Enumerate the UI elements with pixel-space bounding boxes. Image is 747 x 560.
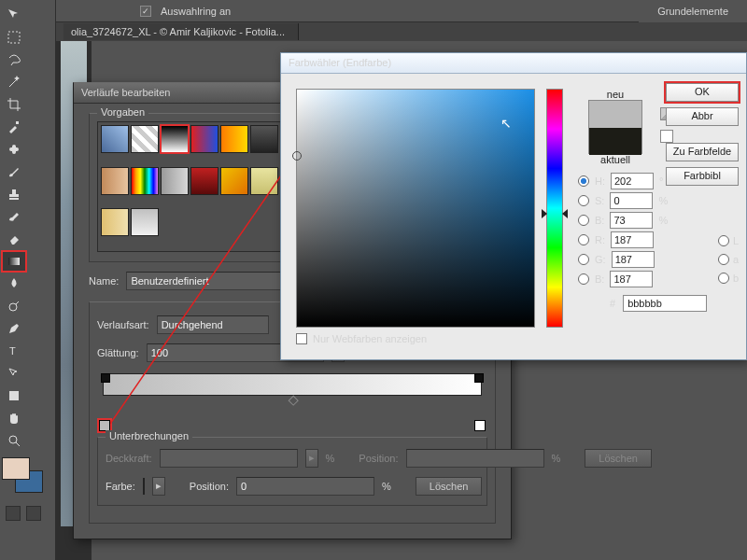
color-libs-button[interactable]: Farbbibl xyxy=(666,167,739,186)
new-current-swatch[interactable] xyxy=(588,100,642,154)
hue-marker-right[interactable] xyxy=(562,209,568,218)
radio-bc[interactable] xyxy=(578,273,589,285)
g-input[interactable] xyxy=(612,251,655,268)
opacity-stepper: ▸ xyxy=(305,449,318,468)
radio-s[interactable] xyxy=(578,195,589,206)
gradient-name-input[interactable] xyxy=(126,272,303,290)
g-label: G: xyxy=(595,254,606,265)
marquee-tool[interactable] xyxy=(2,27,26,48)
option-label: Auswahlring an xyxy=(161,6,231,17)
pos1-input xyxy=(406,449,544,468)
lasso-tool[interactable] xyxy=(2,49,26,70)
radio-l[interactable] xyxy=(718,235,729,246)
preset-swatch[interactable] xyxy=(161,167,189,195)
quickmask-toggle[interactable] xyxy=(6,506,21,521)
color-swatches[interactable] xyxy=(2,457,53,493)
eyedropper-tool[interactable] xyxy=(2,117,26,137)
document-tab[interactable]: olia_3724672_XL - © Amir Kaljikovic - Fo… xyxy=(63,23,299,40)
radio-a[interactable] xyxy=(718,254,729,265)
radio-g[interactable] xyxy=(578,254,589,265)
stop-color-menu[interactable]: ▸ xyxy=(152,477,165,496)
opacity-label: Deckkraft: xyxy=(106,453,152,464)
saturation-value-field[interactable]: ↖ xyxy=(296,89,535,328)
opacity-stop-left[interactable] xyxy=(101,373,110,383)
cancel-button[interactable]: Abbr xyxy=(666,107,739,126)
type-label: Verlaufsart: xyxy=(97,319,149,330)
stops-legend: Unterbrechungen xyxy=(106,430,192,441)
s-label: S: xyxy=(595,195,604,206)
workspace-label[interactable]: Grundelemente xyxy=(639,0,747,22)
preset-swatch[interactable] xyxy=(161,125,189,153)
stamp-tool[interactable] xyxy=(2,184,26,204)
path-select-tool[interactable] xyxy=(2,363,26,384)
hue-marker-left[interactable] xyxy=(542,209,547,218)
preset-swatch[interactable] xyxy=(131,125,159,153)
stop-color-swatch[interactable] xyxy=(143,478,145,495)
add-swatch-button[interactable]: Zu Farbfelde xyxy=(666,143,739,161)
gradient-type-select[interactable] xyxy=(157,315,269,334)
dodge-tool[interactable] xyxy=(2,296,26,316)
svg-point-6 xyxy=(9,303,17,311)
hand-tool[interactable] xyxy=(2,408,26,428)
ok-button[interactable]: OK xyxy=(666,83,739,102)
webonly-checkbox[interactable] xyxy=(296,333,307,344)
pos2-label: Position: xyxy=(190,481,229,492)
h-input[interactable] xyxy=(611,173,654,189)
gradient-bar[interactable] xyxy=(103,373,482,396)
pos2-input[interactable] xyxy=(236,477,374,496)
preset-swatch[interactable] xyxy=(220,125,248,153)
opacity-unit: % xyxy=(326,453,335,464)
move-tool[interactable] xyxy=(2,5,26,25)
radio-b[interactable] xyxy=(578,215,589,226)
options-bar: ✓ Auswahlring an xyxy=(0,0,747,22)
wand-tool[interactable] xyxy=(2,72,26,92)
opacity-stop-right[interactable] xyxy=(474,373,484,383)
foreground-swatch[interactable] xyxy=(2,457,30,480)
preset-swatch[interactable] xyxy=(131,208,159,236)
preset-swatch[interactable] xyxy=(131,167,159,195)
crop-tool[interactable] xyxy=(2,94,26,115)
radio-r[interactable] xyxy=(578,234,589,245)
preset-swatch[interactable] xyxy=(190,167,218,195)
b-input[interactable] xyxy=(610,212,653,229)
tool-palette: T xyxy=(0,0,56,560)
brush-tool[interactable] xyxy=(2,161,26,182)
heal-tool[interactable] xyxy=(2,139,26,160)
preset-swatch[interactable] xyxy=(250,125,278,153)
hue-slider[interactable] xyxy=(546,89,563,328)
option-checkbox[interactable]: ✓ xyxy=(140,6,151,17)
type-tool[interactable]: T xyxy=(2,341,26,361)
preset-swatch[interactable] xyxy=(101,167,129,195)
preset-swatch[interactable] xyxy=(190,125,218,153)
smooth-label: Glättung: xyxy=(97,347,139,358)
shape-tool[interactable] xyxy=(2,385,26,406)
screenmode-toggle[interactable] xyxy=(26,506,41,521)
pos2-unit: % xyxy=(382,481,391,492)
zoom-tool[interactable] xyxy=(2,430,26,451)
midpoint-handle[interactable] xyxy=(289,396,299,406)
color-stop-right[interactable] xyxy=(474,420,486,431)
eraser-tool[interactable] xyxy=(2,229,26,249)
radio-lab-b[interactable] xyxy=(718,273,729,284)
hex-input[interactable] xyxy=(623,295,707,312)
cp-title[interactable]: Farbwähler (Endfarbe) xyxy=(281,53,746,74)
cursor-icon: ↖ xyxy=(500,116,512,131)
color-picker-dialog: Farbwähler (Endfarbe) ↖ Nur Webfarben an… xyxy=(280,52,747,360)
svg-rect-0 xyxy=(8,32,20,43)
pen-tool[interactable] xyxy=(2,318,26,339)
sv-picker-ring[interactable] xyxy=(292,151,302,161)
gradient-tool[interactable] xyxy=(2,251,26,272)
preset-swatch[interactable] xyxy=(220,167,248,195)
preset-swatch[interactable] xyxy=(101,208,129,236)
history-brush-tool[interactable] xyxy=(2,206,26,227)
preset-swatch[interactable] xyxy=(250,167,278,195)
r-label: R: xyxy=(595,234,605,245)
blur-tool[interactable] xyxy=(2,273,26,294)
delete-color-stop-button[interactable]: Löschen xyxy=(416,477,483,496)
bc-input[interactable] xyxy=(610,271,653,287)
s-input[interactable] xyxy=(610,192,653,209)
radio-h[interactable] xyxy=(578,175,589,187)
r-input[interactable] xyxy=(611,231,654,248)
gradient-track[interactable] xyxy=(97,373,487,431)
preset-swatch[interactable] xyxy=(101,125,129,153)
